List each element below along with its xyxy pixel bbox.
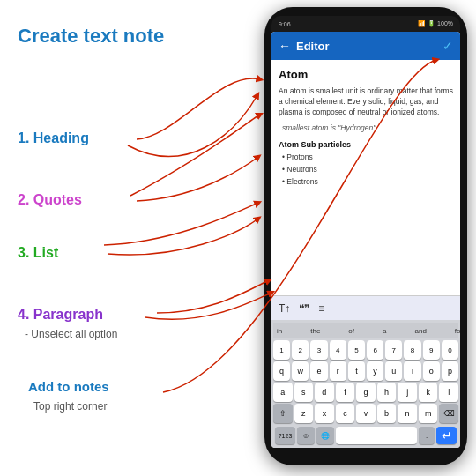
key-9[interactable]: 9 xyxy=(423,340,440,360)
key-period[interactable]: . xyxy=(419,427,435,444)
key-space[interactable] xyxy=(336,427,417,444)
key-2[interactable]: 2 xyxy=(292,340,309,360)
key-c[interactable]: c xyxy=(336,404,355,423)
key-0[interactable]: 0 xyxy=(442,340,458,360)
key-7[interactable]: 7 xyxy=(385,340,402,360)
app-bar-title: Editor xyxy=(296,40,443,53)
editor-subheading: Atom Sub particles xyxy=(279,139,453,151)
keyboard-area: in the of a and for ˅ 1 2 3 xyxy=(271,320,460,448)
back-button[interactable]: ← xyxy=(279,39,291,53)
phone-screen: ← Editor ✓ Atom An atom is smallest unit… xyxy=(271,32,460,448)
phone-mockup: 9:06 📶 🔋 100% ← Editor ✓ Atom An atom is… xyxy=(264,7,467,465)
toolbar-text-icon[interactable]: T↑ xyxy=(279,302,290,315)
key-enter[interactable]: ↵ xyxy=(436,427,457,444)
key-f[interactable]: f xyxy=(336,383,355,402)
key-k[interactable]: k xyxy=(419,383,438,402)
page-title: Create text note xyxy=(18,25,164,48)
label-unselect-all: - Unselect all option xyxy=(25,328,117,340)
key-6[interactable]: 6 xyxy=(367,340,383,360)
label-add-to-notes: Add to notes xyxy=(28,379,109,394)
suggest-in[interactable]: in xyxy=(277,327,282,335)
status-time: 9:06 xyxy=(279,21,291,27)
keyboard-asdf-row: a s d f g h j k l xyxy=(273,383,458,402)
label-paragraph: 4. Paragraph xyxy=(18,307,103,323)
suggest-a[interactable]: a xyxy=(383,327,386,335)
key-b[interactable]: b xyxy=(377,404,397,423)
key-n[interactable]: n xyxy=(398,404,417,423)
key-e[interactable]: e xyxy=(310,361,327,381)
editor-content[interactable]: Atom An atom is smallest unit is ordinar… xyxy=(271,60,460,295)
key-h[interactable]: h xyxy=(377,383,397,402)
key-a[interactable]: a xyxy=(273,383,293,402)
key-g[interactable]: g xyxy=(356,383,376,402)
suggest-of[interactable]: of xyxy=(348,327,354,335)
list-item-electrons: • Electrons xyxy=(282,177,453,188)
key-y[interactable]: y xyxy=(367,361,383,381)
key-w[interactable]: w xyxy=(292,361,309,381)
key-p[interactable]: p xyxy=(442,361,458,381)
list-item-protons: • Protons xyxy=(282,152,453,163)
key-8[interactable]: 8 xyxy=(404,340,420,360)
editor-heading: Atom xyxy=(279,67,453,83)
key-v[interactable]: v xyxy=(356,404,376,423)
label-heading: 1. Heading xyxy=(18,130,89,146)
key-r[interactable]: r xyxy=(330,361,346,381)
key-globe[interactable]: 🌐 xyxy=(316,427,334,444)
toolbar-list-icon[interactable]: ≡ xyxy=(318,302,324,315)
status-icons: 📶 🔋 100% xyxy=(418,20,453,27)
keyboard-bottom-row: ?123 ☺ 🌐 . ↵ xyxy=(273,425,458,446)
key-z[interactable]: z xyxy=(294,404,314,423)
phone-outer: 9:06 📶 🔋 100% ← Editor ✓ Atom An atom is… xyxy=(264,7,467,465)
key-5[interactable]: 5 xyxy=(348,340,365,360)
label-quotes: 2. Quotes xyxy=(18,192,82,208)
key-symbols[interactable]: ?123 xyxy=(275,427,295,444)
keyboard-suggestions: in the of a and for ˅ xyxy=(273,323,458,338)
key-shift[interactable]: ⇧ xyxy=(273,404,293,423)
keyboard-qwerty-row: q w e r t y u i o p xyxy=(273,361,458,381)
toolbar-quote-icon[interactable]: ❝❞ xyxy=(299,302,309,315)
key-3[interactable]: 3 xyxy=(310,340,327,360)
label-top-right-corner: Top right corner xyxy=(33,400,107,413)
status-bar: 9:06 📶 🔋 100% xyxy=(271,16,460,32)
app-bar: ← Editor ✓ xyxy=(271,32,460,60)
key-s[interactable]: s xyxy=(294,383,314,402)
suggest-and[interactable]: and xyxy=(414,327,426,335)
key-j[interactable]: j xyxy=(398,383,417,402)
key-x[interactable]: x xyxy=(315,404,334,423)
editor-toolbar: T↑ ❝❞ ≡ xyxy=(271,295,460,320)
keyboard-number-row: 1 2 3 4 5 6 7 8 9 0 xyxy=(273,340,458,360)
suggest-for[interactable]: for xyxy=(455,327,460,335)
key-d[interactable]: d xyxy=(315,383,334,402)
list-item-neutrons: • Neutrons xyxy=(282,165,453,175)
key-l[interactable]: l xyxy=(439,383,458,402)
key-4[interactable]: 4 xyxy=(330,340,346,360)
label-list: 3. List xyxy=(18,245,58,261)
editor-body: An atom is smallest unit is ordinary mat… xyxy=(279,86,453,118)
key-backspace[interactable]: ⌫ xyxy=(439,404,458,423)
key-t[interactable]: t xyxy=(348,361,365,381)
key-q[interactable]: q xyxy=(273,361,290,381)
key-u[interactable]: u xyxy=(385,361,402,381)
key-i[interactable]: i xyxy=(404,361,420,381)
suggest-the[interactable]: the xyxy=(310,327,320,335)
key-1[interactable]: 1 xyxy=(273,340,290,360)
left-panel: Create text note 1. Heading 2. Quotes 3.… xyxy=(9,0,185,476)
check-button[interactable]: ✓ xyxy=(443,39,453,53)
key-m[interactable]: m xyxy=(419,404,438,423)
key-o[interactable]: o xyxy=(423,361,440,381)
key-emoji[interactable]: ☺ xyxy=(297,427,315,444)
keyboard-zxcv-row: ⇧ z x c v b n m ⌫ xyxy=(273,404,458,423)
editor-quote: smallest atom is "Hydrogen" xyxy=(282,123,453,134)
